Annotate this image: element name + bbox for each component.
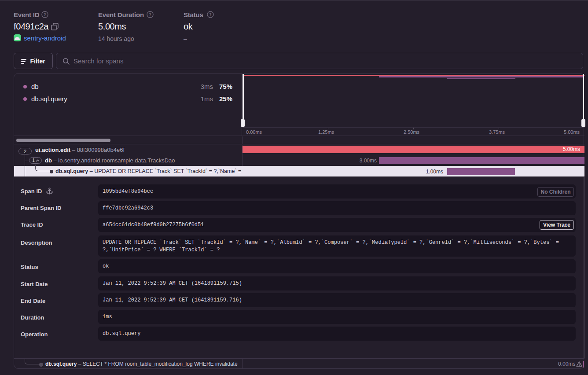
svg-text:?: ? — [209, 12, 212, 17]
svg-text:?: ? — [44, 12, 46, 17]
svg-text:?: ? — [149, 12, 151, 17]
